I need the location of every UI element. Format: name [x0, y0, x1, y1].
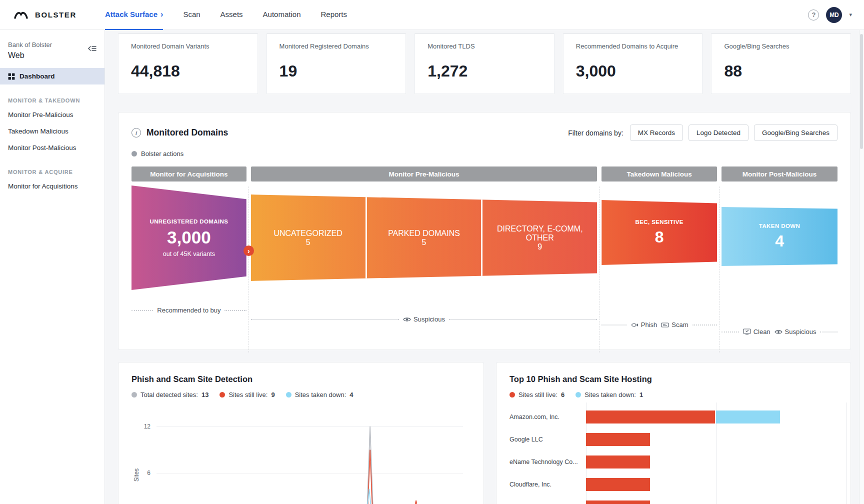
live-bar: [586, 410, 715, 424]
funnel-col-header: Monitor Post-Malicious: [722, 166, 838, 182]
funnel-block-bec-sensitive[interactable]: BEC, SENSITIVE 8: [602, 200, 717, 265]
legend-label: Total detected sites:: [140, 391, 198, 398]
footer-label: Clean: [754, 328, 770, 336]
funnel-block-taken-down[interactable]: TAKEN DOWN 4: [722, 207, 838, 266]
funnel-block-unregistered-domains[interactable]: UNREGISTERED DOMAINS 3,000 out of 45K va…: [132, 186, 246, 290]
funnel-block-label: TAKEN DOWN: [759, 223, 800, 229]
legend-sites-taken-down: Sites taken down: 1: [576, 391, 643, 398]
hosting-row: eName Technology Co...: [510, 450, 838, 473]
workspace-header: Bank of Bolster Web: [0, 30, 104, 68]
funnel-body: BEC, SENSITIVE 8: [602, 200, 717, 315]
filter-google-bing-button[interactable]: Google/Bing Searches: [754, 124, 838, 141]
suspicious-eye-icon: [403, 316, 411, 322]
help-icon[interactable]: ?: [808, 10, 819, 20]
filter-mx-records-button[interactable]: MX Records: [630, 124, 683, 141]
detection-legend: Total detected sites: 13 Sites still liv…: [132, 391, 470, 398]
funnel-block-value: 4: [775, 232, 784, 250]
info-icon[interactable]: i: [132, 128, 141, 138]
avatar[interactable]: MD: [826, 7, 842, 23]
bolster-logo-icon: [13, 9, 29, 21]
footer-label: Phish: [641, 321, 658, 328]
dotted-line: [602, 324, 626, 326]
funnel-segment-directory-ecomm-other[interactable]: DIRECTORY, E-COMM, OTHER 9: [481, 194, 597, 281]
series-line: [156, 450, 459, 504]
bolster-actions-dot: [132, 151, 137, 156]
hosting-category-label: eName Technology Co...: [510, 458, 586, 466]
funnel: Monitor for Acquisitions UNREGISTERED DO…: [132, 166, 838, 336]
funnel-pre-malicious-wrap: UNCATEGORIZED 5 PARKED DOMAINS 5 DIRECTO…: [251, 194, 598, 281]
footer-suspicious: Suspicious: [403, 316, 445, 323]
stat-value: 44,818: [131, 62, 245, 80]
footer-phish: Phish: [630, 321, 658, 328]
sidebar-item-monitor-pre-malicious[interactable]: Monitor Pre-Malicious: [0, 106, 104, 123]
chart-title: Phish and Scam Site Detection: [132, 374, 470, 384]
funnel-footer-takedown: Phish Scam: [602, 321, 717, 328]
funnel-block-label: BEC, SENSITIVE: [635, 219, 683, 225]
live-bar: [586, 500, 650, 504]
funnel-segment-label: PARKED DOMAINS: [388, 229, 460, 238]
bolster-actions-legend: Bolster actions: [132, 150, 838, 158]
funnel-segment-label: UNCATEGORIZED: [274, 229, 342, 238]
legend-value: 6: [561, 391, 564, 398]
legend-value: 13: [202, 391, 208, 398]
funnel-segment-value: 9: [538, 242, 542, 252]
hosting-category-label: Google LLC: [510, 436, 586, 443]
hosting-category-label: Amazon.com, Inc.: [510, 414, 586, 420]
legend-label: Sites taken down:: [584, 391, 636, 398]
brand[interactable]: BOLSTER: [0, 9, 105, 21]
stat-value: 19: [280, 62, 394, 80]
dotted-line: [449, 319, 597, 320]
funnel-col-header: Monitor Pre-Malicious: [251, 166, 598, 182]
hosting-row: Google LLC: [510, 428, 838, 450]
nav-reports[interactable]: Reports: [320, 0, 347, 30]
app-page: BOLSTER Attack Surface › Scan Assets Aut…: [0, 0, 864, 504]
legend-value: 1: [640, 391, 643, 398]
stat-monitored-registered-domains: Monitored Registered Domains 19: [266, 34, 406, 94]
scam-icon: [661, 322, 669, 328]
live-bar: [586, 456, 650, 468]
primary-nav: Attack Surface › Scan Assets Automation …: [105, 0, 347, 30]
funnel-col-header: Monitor for Acquisitions: [132, 166, 246, 182]
dashboard-icon: [8, 73, 15, 80]
nav-automation[interactable]: Automation: [263, 0, 301, 30]
funnel-body: TAKEN DOWN 4: [722, 207, 838, 322]
dotted-line: [722, 332, 739, 332]
taken-bar: [716, 410, 780, 424]
hosting-category-label: Cloudflare, Inc.: [510, 481, 586, 488]
collapse-sidebar-icon[interactable]: [88, 45, 96, 54]
svg-text:Sites: Sites: [133, 468, 140, 482]
sidebar-item-dashboard[interactable]: Dashboard: [0, 68, 104, 84]
funnel-segment-uncategorized[interactable]: UNCATEGORIZED 5: [251, 194, 366, 281]
scrollbar[interactable]: [859, 30, 864, 504]
nav-scan[interactable]: Scan: [183, 0, 200, 30]
stat-label: Recommended Domains to Acquire: [576, 42, 690, 50]
chevron-down-icon[interactable]: ▾: [849, 12, 852, 18]
chart-title: Top 10 Phish and Scam Site Hosting: [510, 374, 838, 384]
sidebar-item-monitor-for-acquisitions[interactable]: Monitor for Acquisitions: [0, 178, 104, 194]
sidebar-item-monitor-post-malicious[interactable]: Monitor Post-Malicious: [0, 140, 104, 156]
stat-monitored-domain-variants: Monitored Domain Variants 44,818: [118, 34, 258, 94]
funnel-segment-parked-domains[interactable]: PARKED DOMAINS 5: [366, 194, 482, 281]
panel-title: Monitored Domains: [146, 128, 228, 138]
footer-label: Scam: [672, 321, 688, 328]
hosting-row: Wix.com Ltd.: [510, 496, 838, 504]
hosting-row: Cloudflare, Inc.: [510, 473, 838, 496]
nav-assets[interactable]: Assets: [220, 0, 243, 30]
funnel-arrow-icon[interactable]: ›: [244, 246, 254, 256]
funnel-block-subtext: out of 45K variants: [163, 250, 215, 258]
sidebar-item-takedown-malicious[interactable]: Takedown Malicious: [0, 123, 104, 140]
nav-attack-surface[interactable]: Attack Surface ›: [105, 0, 163, 30]
scrollbar-thumb[interactable]: [860, 34, 863, 149]
nav-label: Reports: [320, 10, 347, 18]
charts-row: Phish and Scam Site Detection Total dete…: [118, 362, 851, 504]
nav-label: Attack Surface: [105, 10, 158, 18]
sidebar-item-label: Dashboard: [20, 72, 55, 80]
svg-text:12: 12: [144, 423, 151, 430]
legend-label: Sites taken down:: [295, 391, 346, 398]
sidebar-section-monitor-takedown: MONITOR & TAKEDOWN: [0, 98, 104, 104]
funnel-body: › UNCATEGORIZED 5 PARKED DOMAINS 5: [251, 194, 598, 310]
filter-logo-detected-button[interactable]: Logo Detected: [688, 124, 748, 141]
stat-value: 1,272: [428, 62, 542, 80]
stat-monitored-tlds: Monitored TLDS 1,272: [414, 34, 554, 94]
monitored-domains-header: i Monitored Domains Filter domains by: M…: [132, 124, 838, 141]
